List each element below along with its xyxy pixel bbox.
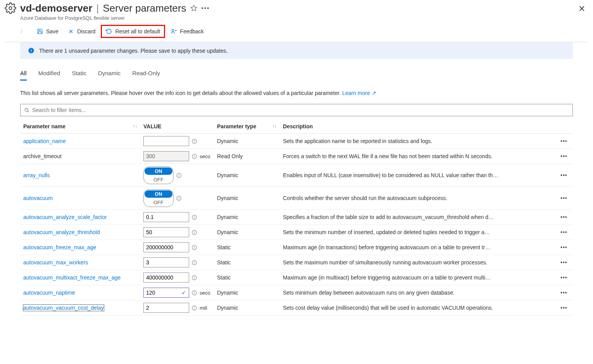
collapse-chevron-icon[interactable]: 〉: [20, 28, 31, 35]
filter-tabs: AllModifiedStaticDynamicRead-Only: [20, 59, 573, 84]
value-input[interactable]: [143, 303, 189, 313]
gear-icon: [5, 2, 16, 15]
info-icon[interactable]: [191, 245, 197, 250]
svg-point-0: [9, 7, 12, 10]
table-row: autovacuum_naptime✓secoDynamicSets minim…: [20, 285, 573, 300]
info-icon[interactable]: [191, 154, 197, 159]
tab-read-only[interactable]: Read-Only: [132, 67, 160, 81]
parameters-table: Parameter name↑↓ VALUE Parameter type↑↓ …: [20, 119, 573, 316]
svg-point-33: [194, 261, 195, 262]
more-icon[interactable]: ···: [201, 2, 210, 14]
page-description: This list shows all server parameters. P…: [20, 84, 573, 104]
info-icon[interactable]: [191, 275, 197, 281]
row-actions-button[interactable]: •••: [560, 172, 567, 178]
value-input[interactable]: [143, 257, 189, 267]
info-icon[interactable]: [191, 214, 197, 220]
discard-button[interactable]: Discard: [64, 27, 99, 36]
param-type: Dynamic: [214, 225, 280, 240]
row-actions-button[interactable]: •••: [560, 290, 567, 296]
value-input[interactable]: [143, 273, 189, 283]
param-type: Dynamic: [214, 187, 280, 210]
info-icon[interactable]: [191, 138, 197, 144]
row-actions-button[interactable]: •••: [560, 259, 567, 266]
param-description: Sets the application name to be reported…: [283, 138, 523, 144]
search-wrap: [20, 104, 573, 116]
value-input: [143, 151, 189, 161]
unit-label: seco: [200, 290, 210, 296]
param-link[interactable]: autovacuum_analyze_scale_factor: [23, 214, 107, 220]
svg-point-30: [194, 246, 195, 247]
svg-point-24: [194, 216, 195, 216]
info-icon[interactable]: [191, 229, 197, 235]
value-input[interactable]: [143, 212, 189, 222]
table-row: array_nullsONOFFDynamicEnables input of …: [20, 164, 573, 187]
reset-label: Reset all to default: [115, 28, 160, 35]
param-link[interactable]: autovacuum_naptime: [23, 290, 75, 296]
feedback-button[interactable]: Feedback: [167, 27, 207, 36]
table-row: autovacuumONOFFDynamicControls whether t…: [20, 187, 573, 210]
info-icon[interactable]: [191, 260, 197, 266]
col-header-type[interactable]: Parameter type↑↓: [214, 119, 280, 134]
param-link[interactable]: autovacuum: [23, 195, 53, 201]
table-row: autovacuum_multixact_freeze_max_ageStati…: [20, 270, 573, 285]
col-header-desc[interactable]: Description: [280, 119, 557, 134]
row-actions-button[interactable]: •••: [560, 214, 567, 220]
table-row: application_nameDynamicSets the applicat…: [20, 134, 573, 149]
param-link[interactable]: autovacuum_vacuum_cost_delay: [23, 305, 104, 311]
info-icon[interactable]: [176, 173, 182, 178]
param-type: Dynamic: [214, 210, 280, 225]
row-actions-button[interactable]: •••: [560, 138, 567, 144]
svg-point-39: [194, 292, 195, 292]
discard-label: Discard: [77, 28, 95, 35]
close-button[interactable]: ✕: [575, 2, 588, 16]
info-icon[interactable]: [176, 195, 182, 201]
svg-point-12: [194, 140, 195, 140]
param-link[interactable]: application_name: [23, 138, 66, 144]
learn-more-link[interactable]: Learn more ↗: [342, 90, 376, 96]
favorite-star-icon[interactable]: [190, 2, 197, 14]
row-actions-button[interactable]: •••: [560, 274, 567, 281]
tab-modified[interactable]: Modified: [38, 67, 60, 81]
tab-dynamic[interactable]: Dynamic: [98, 67, 121, 81]
tab-all[interactable]: All: [20, 67, 27, 81]
unit-label: mill: [200, 305, 207, 311]
info-icon: [28, 47, 34, 54]
svg-point-21: [179, 197, 179, 197]
svg-point-8: [25, 108, 28, 111]
param-description: Maximum age (in transactions) before tri…: [283, 244, 523, 250]
toggle-switch[interactable]: ONOFF: [143, 166, 174, 184]
col-header-value[interactable]: VALUE: [140, 119, 214, 134]
param-link[interactable]: autovacuum_freeze_max_age: [23, 244, 96, 250]
search-input[interactable]: [20, 104, 573, 116]
row-actions-button[interactable]: •••: [560, 305, 567, 311]
param-description: Forces a switch to the next WAL file if …: [283, 153, 523, 159]
reset-all-button[interactable]: Reset all to default: [101, 25, 165, 38]
tab-static[interactable]: Static: [72, 67, 86, 81]
param-link[interactable]: autovacuum_max_workers: [23, 259, 88, 266]
value-input[interactable]: [143, 136, 189, 146]
value-input[interactable]: [143, 227, 189, 237]
save-button[interactable]: Save: [33, 27, 62, 36]
col-header-name[interactable]: Parameter name↑↓: [20, 119, 140, 134]
table-row: autovacuum_vacuum_cost_delaymillDynamicS…: [20, 300, 573, 316]
row-actions-button[interactable]: •••: [560, 229, 567, 235]
param-link[interactable]: array_nulls: [23, 172, 50, 178]
param-type: Static: [214, 270, 280, 285]
info-icon[interactable]: [191, 290, 197, 296]
svg-point-18: [179, 174, 179, 174]
param-type: Dynamic: [214, 285, 280, 300]
param-description: Sets the minimum number of inserted, upd…: [283, 229, 523, 235]
info-icon[interactable]: [191, 305, 197, 311]
param-type: Dynamic: [214, 134, 280, 149]
param-type: Dynamic: [214, 164, 280, 187]
check-icon: ✓: [181, 290, 186, 296]
param-type: Static: [214, 255, 280, 270]
param-name: archive_timeout: [20, 149, 140, 164]
row-actions-button[interactable]: •••: [560, 244, 567, 250]
row-actions-button[interactable]: •••: [560, 153, 567, 159]
toggle-switch[interactable]: ONOFF: [143, 189, 174, 207]
param-link[interactable]: autovacuum_multixact_freeze_max_age: [23, 274, 121, 281]
row-actions-button[interactable]: •••: [560, 195, 567, 201]
param-link[interactable]: autovacuum_analyze_threshold: [23, 229, 100, 235]
value-input[interactable]: [143, 242, 189, 252]
